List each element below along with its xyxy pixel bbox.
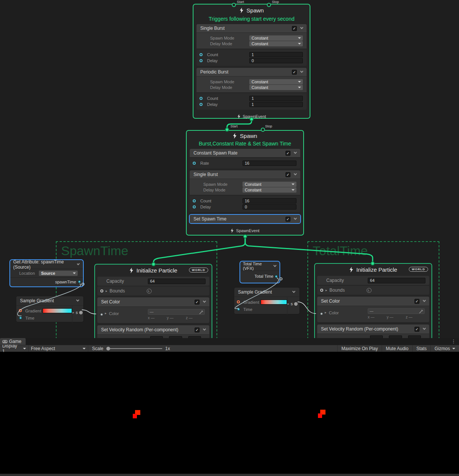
chevron-down-icon[interactable] — [423, 299, 426, 302]
group-spawntime-label[interactable]: SpawnTime — [57, 242, 216, 260]
color-input-port[interactable] — [100, 313, 103, 316]
block-set-color[interactable]: Set Color ✓ ▸ Color — x — y — [97, 297, 209, 323]
chevron-down-icon[interactable] — [292, 290, 295, 293]
block-set-velocity-random[interactable]: Set Velocity Random (Per-component) ✓ — [317, 324, 429, 338]
lock-icon[interactable]: L — [147, 289, 152, 294]
block-constant-spawn-rate[interactable]: Constant Spawn Rate ✓ Rate16 — [190, 149, 300, 168]
spawn-node-1[interactable]: Spawn Triggers following start every sec… — [193, 4, 310, 119]
delay-port[interactable] — [200, 59, 203, 62]
time-input-port[interactable] — [237, 308, 240, 311]
capacity-field[interactable]: 64 — [148, 279, 206, 284]
delay-port[interactable] — [193, 205, 196, 208]
time-input-port[interactable] — [19, 316, 22, 320]
spawn-node-2[interactable]: Spawn Burst,Constant Rate & Set Spawn Ti… — [186, 130, 304, 236]
mute-audio-button[interactable]: Mute Audio — [382, 345, 412, 352]
velocity-field[interactable] — [389, 335, 402, 338]
delay-port[interactable] — [200, 103, 203, 106]
block-periodic-burst[interactable]: Periodic Burst ✓ Spawn ModeConstant Dela… — [196, 68, 307, 110]
initialize-particle-node[interactable]: Initialize Particle WORLD Capacity64 ▸Bo… — [314, 263, 432, 338]
gradient-input-port[interactable] — [237, 300, 240, 303]
block-enabled-checkbox[interactable]: ✓ — [414, 299, 419, 304]
world-badge[interactable]: WORLD — [409, 267, 428, 272]
spawntime-output-port[interactable] — [78, 280, 81, 283]
total-time-node[interactable]: Total Time (VFX) Total Time — [239, 261, 280, 283]
count-field[interactable]: 1 — [249, 96, 303, 101]
velocity-field[interactable] — [408, 335, 421, 338]
delay-mode-dropdown[interactable]: Constant — [243, 187, 296, 193]
velocity-field[interactable] — [169, 336, 182, 338]
delay-field[interactable]: 1 — [249, 102, 303, 107]
delay-field[interactable]: 0 — [249, 58, 303, 63]
gradient-preview[interactable] — [43, 308, 72, 313]
block-set-color[interactable]: Set Color ✓ ▸ Color — x — y — [317, 297, 429, 322]
tab-game[interactable]: Game — [0, 338, 26, 345]
block-enabled-checkbox[interactable]: ✓ — [292, 26, 297, 31]
delay-field[interactable]: 0 — [243, 204, 296, 210]
location-dropdown[interactable]: Source — [39, 271, 78, 276]
color-field[interactable]: — — [368, 308, 425, 314]
lock-icon[interactable]: L — [367, 288, 371, 293]
world-badge[interactable]: WORLD — [189, 268, 208, 272]
count-field[interactable]: 16 — [243, 198, 296, 204]
chevron-down-icon[interactable] — [294, 217, 297, 220]
count-port[interactable] — [193, 199, 196, 202]
chevron-down-icon[interactable] — [300, 70, 303, 73]
gradient-preview[interactable] — [261, 300, 287, 305]
spawn-mode-dropdown[interactable]: Constant — [249, 79, 303, 84]
block-single-burst[interactable]: Single Burst ✓ Spawn ModeConstant Delay … — [196, 24, 307, 66]
count-field[interactable]: 1 — [249, 52, 303, 57]
expander-icon[interactable]: ▸ — [72, 311, 74, 314]
block-enabled-checkbox[interactable]: ✓ — [286, 151, 290, 156]
block-set-spawn-time[interactable]: Set Spawn Time ✓ — [189, 214, 301, 224]
sample-output-port[interactable] — [79, 311, 83, 314]
bounds-port[interactable] — [320, 289, 323, 292]
spawn-mode-dropdown[interactable]: Constant — [249, 35, 303, 41]
eyedropper-icon[interactable] — [419, 309, 423, 314]
stats-button[interactable]: Stats — [412, 345, 430, 352]
block-set-velocity-random[interactable]: Set Velocity Random (Per-component) ✓ — [97, 325, 209, 338]
expander-icon[interactable]: ▸ — [325, 311, 327, 314]
maximize-on-play-button[interactable]: Maximize On Play — [337, 345, 382, 352]
bounds-port[interactable] — [100, 289, 103, 292]
expander-icon[interactable]: ▸ — [106, 289, 107, 293]
velocity-field[interactable] — [150, 336, 163, 338]
sample-output-port[interactable] — [294, 302, 298, 306]
chevron-down-icon[interactable] — [294, 151, 297, 154]
color-field[interactable]: — — [148, 309, 205, 315]
spawn-mode-dropdown[interactable]: Constant — [243, 182, 296, 187]
initialize-particle-node[interactable]: Initialize Particle WORLD Capacity64 ▸Bo… — [94, 264, 212, 338]
aspect-dropdown[interactable]: Free Aspect — [29, 345, 88, 352]
kebab-menu-icon[interactable]: ⋮ — [451, 338, 456, 344]
expander-icon[interactable]: ▸ — [325, 288, 327, 292]
rate-field[interactable]: 16 — [243, 161, 296, 166]
count-port[interactable] — [200, 97, 203, 100]
chevron-down-icon[interactable] — [203, 328, 206, 331]
capacity-field[interactable]: 64 — [368, 278, 425, 283]
rate-port[interactable] — [193, 162, 196, 165]
gradient-input-port[interactable] — [19, 309, 22, 312]
chevron-down-icon[interactable] — [300, 26, 303, 29]
expander-icon[interactable]: ▸ — [287, 302, 289, 306]
get-attribute-node[interactable]: Get Attribute: spawnTime (Source) Locati… — [9, 259, 84, 287]
count-port[interactable] — [200, 53, 203, 56]
block-enabled-checkbox[interactable]: ✓ — [414, 327, 419, 332]
delay-mode-dropdown[interactable]: Constant — [249, 85, 303, 90]
vfx-graph-canvas[interactable]: SpawnTime TotalTime Start Stop Start Sto… — [0, 0, 459, 338]
scale-slider-handle[interactable] — [106, 347, 110, 350]
chevron-down-icon[interactable] — [77, 262, 80, 265]
velocity-field[interactable] — [188, 336, 201, 338]
total-time-output-port[interactable] — [275, 275, 278, 278]
block-enabled-checkbox[interactable]: ✓ — [292, 70, 297, 75]
group-totaltime-label[interactable]: TotalTime — [308, 242, 439, 260]
expander-icon[interactable]: ▸ — [105, 311, 107, 315]
delay-mode-dropdown[interactable]: Constant — [249, 41, 303, 46]
sample-gradient-node[interactable]: Sample Gradient Gradient Time ▸ s — [234, 287, 300, 314]
eyedropper-icon[interactable] — [199, 310, 203, 314]
velocity-field[interactable] — [370, 335, 383, 338]
gizmos-dropdown[interactable]: Gizmos — [430, 345, 459, 352]
sample-gradient-node[interactable]: Sample Gradient Gradient Time ▸ s — [16, 296, 84, 322]
chevron-down-icon[interactable] — [76, 298, 79, 302]
block-enabled-checkbox[interactable]: ✓ — [195, 300, 200, 305]
chevron-down-icon[interactable] — [294, 172, 297, 175]
block-enabled-checkbox[interactable]: ✓ — [286, 217, 290, 222]
